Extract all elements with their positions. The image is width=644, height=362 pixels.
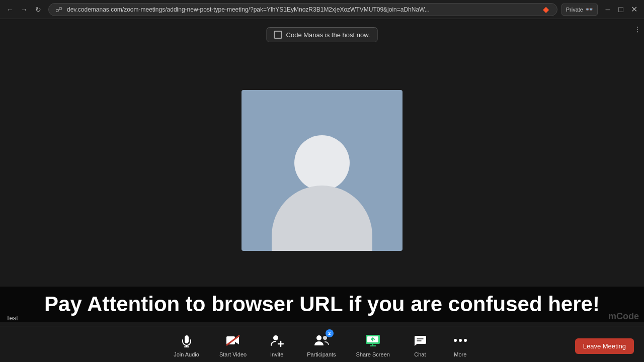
- url-text: dev.codemanas.com/zoom-meetings/adding-n…: [67, 6, 537, 13]
- svg-point-7: [316, 335, 321, 340]
- brave-shield-icon: ◆: [540, 4, 552, 16]
- avatar-container: [242, 90, 403, 251]
- svg-point-15: [454, 339, 457, 342]
- host-icon: [274, 31, 282, 39]
- participants-button[interactable]: 2 Participants: [297, 327, 346, 361]
- reload-button[interactable]: ↻: [32, 4, 44, 16]
- back-button[interactable]: ←: [4, 4, 16, 16]
- invite-label: Invite: [270, 351, 283, 357]
- start-video-button[interactable]: Start Video: [209, 327, 257, 361]
- more-label: More: [454, 351, 466, 357]
- maximize-button[interactable]: □: [615, 4, 627, 16]
- caption-bar: Pay Attention to browser URL if you are …: [0, 287, 644, 322]
- chat-icon: [411, 331, 429, 349]
- avatar-head: [294, 135, 350, 191]
- start-video-label: Start Video: [219, 351, 247, 357]
- private-label: Private: [566, 7, 583, 13]
- caption-text: Pay Attention to browser URL if you are …: [10, 292, 634, 317]
- toolbar: Join Audio Start Video: [0, 326, 644, 362]
- svg-point-4: [273, 335, 278, 340]
- watermark: mCode: [608, 311, 639, 322]
- glasses-icon: 👓: [585, 6, 593, 13]
- chat-button[interactable]: Chat: [400, 327, 440, 361]
- start-video-icon: [224, 331, 242, 349]
- watermark-text: mCode: [608, 311, 639, 322]
- avatar-box: [242, 90, 403, 251]
- participants-label: Participants: [307, 351, 336, 357]
- leave-meeting-button[interactable]: Leave Meeting: [575, 338, 634, 354]
- svg-point-16: [459, 339, 462, 342]
- share-screen-button[interactable]: Share Screen: [346, 327, 400, 361]
- join-audio-icon: [178, 331, 196, 349]
- meeting-area: Code Manas is the host now. ⁝ Pay Attent…: [0, 19, 644, 362]
- window-controls: – □ ✕: [602, 4, 640, 16]
- bookmark-icon: ☍: [54, 5, 64, 15]
- invite-icon: [268, 331, 286, 349]
- avatar-figure: [272, 135, 372, 251]
- expand-button[interactable]: ⁝: [636, 24, 639, 35]
- private-button[interactable]: Private 👓: [561, 4, 598, 16]
- participants-badge: 2: [326, 329, 334, 337]
- host-text: Code Manas is the host now.: [286, 31, 370, 39]
- svg-point-17: [464, 339, 467, 342]
- close-button[interactable]: ✕: [628, 4, 640, 16]
- host-banner: Code Manas is the host now.: [267, 27, 378, 42]
- user-label: Test: [6, 314, 18, 322]
- share-screen-label: Share Screen: [356, 351, 390, 357]
- avatar-body: [272, 186, 372, 251]
- url-bar[interactable]: ☍ dev.codemanas.com/zoom-meetings/adding…: [48, 3, 557, 16]
- invite-button[interactable]: Invite: [257, 327, 297, 361]
- join-audio-button[interactable]: Join Audio: [164, 327, 209, 361]
- join-audio-label: Join Audio: [174, 351, 199, 357]
- minimize-button[interactable]: –: [602, 4, 614, 16]
- forward-button[interactable]: →: [18, 4, 30, 16]
- more-icon: [451, 331, 469, 349]
- share-screen-icon: [364, 331, 382, 349]
- more-button[interactable]: More: [440, 327, 480, 361]
- participants-icon: 2: [312, 331, 331, 349]
- chat-label: Chat: [414, 351, 426, 357]
- browser-chrome: ← → ↻ ☍ dev.codemanas.com/zoom-meetings/…: [0, 0, 644, 19]
